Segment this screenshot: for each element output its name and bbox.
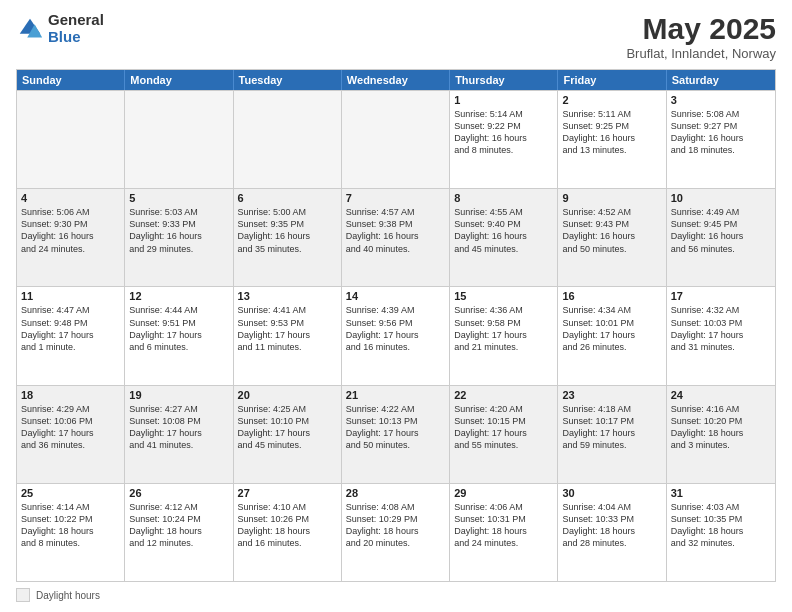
day-number: 9 [562,192,661,204]
calendar-header-day: Saturday [667,70,775,90]
day-number: 4 [21,192,120,204]
day-info: Sunrise: 4:27 AM Sunset: 10:08 PM Daylig… [129,403,228,452]
day-number: 1 [454,94,553,106]
footer: Daylight hours [16,588,776,602]
day-number: 16 [562,290,661,302]
day-number: 28 [346,487,445,499]
calendar-row: 1Sunrise: 5:14 AM Sunset: 9:22 PM Daylig… [17,90,775,188]
calendar-row: 25Sunrise: 4:14 AM Sunset: 10:22 PM Dayl… [17,483,775,581]
calendar-cell: 25Sunrise: 4:14 AM Sunset: 10:22 PM Dayl… [17,484,125,581]
logo-general-text: General [48,12,104,29]
day-number: 25 [21,487,120,499]
day-info: Sunrise: 5:08 AM Sunset: 9:27 PM Dayligh… [671,108,771,157]
day-number: 8 [454,192,553,204]
calendar-cell: 14Sunrise: 4:39 AM Sunset: 9:56 PM Dayli… [342,287,450,384]
calendar-header-day: Sunday [17,70,125,90]
calendar-cell: 27Sunrise: 4:10 AM Sunset: 10:26 PM Dayl… [234,484,342,581]
day-number: 22 [454,389,553,401]
calendar-cell: 24Sunrise: 4:16 AM Sunset: 10:20 PM Dayl… [667,386,775,483]
day-info: Sunrise: 4:12 AM Sunset: 10:24 PM Daylig… [129,501,228,550]
daylight-legend-box [16,588,30,602]
daylight-legend-label: Daylight hours [36,590,100,601]
day-info: Sunrise: 5:06 AM Sunset: 9:30 PM Dayligh… [21,206,120,255]
day-number: 12 [129,290,228,302]
day-number: 7 [346,192,445,204]
calendar-cell: 1Sunrise: 5:14 AM Sunset: 9:22 PM Daylig… [450,91,558,188]
day-number: 13 [238,290,337,302]
calendar-cell: 29Sunrise: 4:06 AM Sunset: 10:31 PM Dayl… [450,484,558,581]
calendar-header-day: Wednesday [342,70,450,90]
logo-text: General Blue [48,12,104,45]
day-number: 23 [562,389,661,401]
day-number: 17 [671,290,771,302]
day-number: 10 [671,192,771,204]
day-number: 29 [454,487,553,499]
day-info: Sunrise: 5:11 AM Sunset: 9:25 PM Dayligh… [562,108,661,157]
day-info: Sunrise: 4:20 AM Sunset: 10:15 PM Daylig… [454,403,553,452]
day-info: Sunrise: 4:22 AM Sunset: 10:13 PM Daylig… [346,403,445,452]
title-month: May 2025 [626,12,776,46]
calendar-cell: 5Sunrise: 5:03 AM Sunset: 9:33 PM Daylig… [125,189,233,286]
calendar: SundayMondayTuesdayWednesdayThursdayFrid… [16,69,776,582]
day-number: 6 [238,192,337,204]
day-number: 30 [562,487,661,499]
day-info: Sunrise: 4:44 AM Sunset: 9:51 PM Dayligh… [129,304,228,353]
calendar-cell: 9Sunrise: 4:52 AM Sunset: 9:43 PM Daylig… [558,189,666,286]
day-info: Sunrise: 5:00 AM Sunset: 9:35 PM Dayligh… [238,206,337,255]
calendar-cell: 16Sunrise: 4:34 AM Sunset: 10:01 PM Dayl… [558,287,666,384]
title-block: May 2025 Bruflat, Innlandet, Norway [626,12,776,61]
header: General Blue May 2025 Bruflat, Innlandet… [16,12,776,61]
calendar-cell: 8Sunrise: 4:55 AM Sunset: 9:40 PM Daylig… [450,189,558,286]
calendar-cell: 11Sunrise: 4:47 AM Sunset: 9:48 PM Dayli… [17,287,125,384]
day-number: 24 [671,389,771,401]
calendar-cell: 18Sunrise: 4:29 AM Sunset: 10:06 PM Dayl… [17,386,125,483]
logo-blue-text: Blue [48,29,104,46]
day-info: Sunrise: 4:14 AM Sunset: 10:22 PM Daylig… [21,501,120,550]
day-info: Sunrise: 4:06 AM Sunset: 10:31 PM Daylig… [454,501,553,550]
day-info: Sunrise: 4:55 AM Sunset: 9:40 PM Dayligh… [454,206,553,255]
title-location: Bruflat, Innlandet, Norway [626,46,776,61]
calendar-header-day: Tuesday [234,70,342,90]
calendar-cell: 23Sunrise: 4:18 AM Sunset: 10:17 PM Dayl… [558,386,666,483]
day-info: Sunrise: 4:57 AM Sunset: 9:38 PM Dayligh… [346,206,445,255]
day-number: 3 [671,94,771,106]
day-info: Sunrise: 4:16 AM Sunset: 10:20 PM Daylig… [671,403,771,452]
calendar-cell: 28Sunrise: 4:08 AM Sunset: 10:29 PM Dayl… [342,484,450,581]
day-number: 5 [129,192,228,204]
day-info: Sunrise: 4:49 AM Sunset: 9:45 PM Dayligh… [671,206,771,255]
day-info: Sunrise: 4:29 AM Sunset: 10:06 PM Daylig… [21,403,120,452]
calendar-row: 11Sunrise: 4:47 AM Sunset: 9:48 PM Dayli… [17,286,775,384]
calendar-cell: 6Sunrise: 5:00 AM Sunset: 9:35 PM Daylig… [234,189,342,286]
day-info: Sunrise: 4:36 AM Sunset: 9:58 PM Dayligh… [454,304,553,353]
day-info: Sunrise: 4:39 AM Sunset: 9:56 PM Dayligh… [346,304,445,353]
calendar-cell [342,91,450,188]
calendar-cell: 15Sunrise: 4:36 AM Sunset: 9:58 PM Dayli… [450,287,558,384]
calendar-cell: 19Sunrise: 4:27 AM Sunset: 10:08 PM Dayl… [125,386,233,483]
logo: General Blue [16,12,104,45]
day-info: Sunrise: 5:03 AM Sunset: 9:33 PM Dayligh… [129,206,228,255]
calendar-row: 4Sunrise: 5:06 AM Sunset: 9:30 PM Daylig… [17,188,775,286]
day-info: Sunrise: 4:41 AM Sunset: 9:53 PM Dayligh… [238,304,337,353]
calendar-cell: 3Sunrise: 5:08 AM Sunset: 9:27 PM Daylig… [667,91,775,188]
day-info: Sunrise: 4:18 AM Sunset: 10:17 PM Daylig… [562,403,661,452]
day-info: Sunrise: 4:52 AM Sunset: 9:43 PM Dayligh… [562,206,661,255]
day-number: 31 [671,487,771,499]
day-number: 26 [129,487,228,499]
calendar-header-day: Monday [125,70,233,90]
page: General Blue May 2025 Bruflat, Innlandet… [0,0,792,612]
calendar-cell [125,91,233,188]
day-info: Sunrise: 4:04 AM Sunset: 10:33 PM Daylig… [562,501,661,550]
calendar-cell: 17Sunrise: 4:32 AM Sunset: 10:03 PM Dayl… [667,287,775,384]
day-info: Sunrise: 5:14 AM Sunset: 9:22 PM Dayligh… [454,108,553,157]
day-number: 21 [346,389,445,401]
calendar-cell: 7Sunrise: 4:57 AM Sunset: 9:38 PM Daylig… [342,189,450,286]
calendar-body: 1Sunrise: 5:14 AM Sunset: 9:22 PM Daylig… [17,90,775,581]
day-info: Sunrise: 4:03 AM Sunset: 10:35 PM Daylig… [671,501,771,550]
logo-icon [16,15,44,43]
calendar-cell: 4Sunrise: 5:06 AM Sunset: 9:30 PM Daylig… [17,189,125,286]
calendar-cell: 2Sunrise: 5:11 AM Sunset: 9:25 PM Daylig… [558,91,666,188]
day-number: 2 [562,94,661,106]
calendar-header: SundayMondayTuesdayWednesdayThursdayFrid… [17,70,775,90]
calendar-header-day: Thursday [450,70,558,90]
calendar-row: 18Sunrise: 4:29 AM Sunset: 10:06 PM Dayl… [17,385,775,483]
